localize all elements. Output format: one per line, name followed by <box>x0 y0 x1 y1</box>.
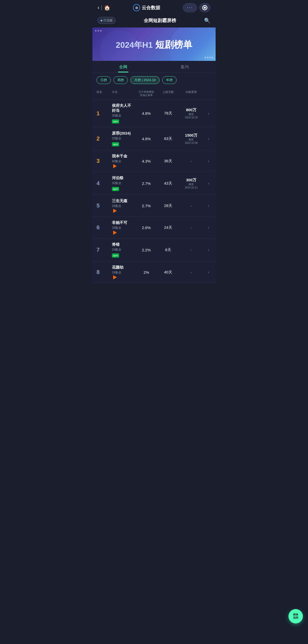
drama-name: 将错 <box>112 242 133 247</box>
table-row[interactable]: 1 侯府夫人不好当 30集全 iQIYI 4.8% 78天 800万 截至202… <box>92 100 216 127</box>
revenue-cell: - <box>177 248 205 252</box>
col-name: 片名 <box>112 90 133 97</box>
platform-iqiyi-badge: iQIYI <box>112 253 119 258</box>
hero-banner: 2024年H1 短剧榜单 <box>92 27 216 61</box>
drama-list: 1 侯府夫人不好当 30集全 iQIYI 4.8% 78天 800万 截至202… <box>92 100 216 283</box>
drama-episodes: 30集全 <box>112 181 133 185</box>
drama-episodes: 26集全 <box>112 226 133 230</box>
table-row[interactable]: 7 将错 24集全 iQIYI 2.2% 8天 - › <box>92 239 216 261</box>
drama-name: 原罪(2024) <box>112 131 133 136</box>
rank-number: 4 <box>97 180 112 187</box>
diamond-icon: ◆ <box>100 19 102 22</box>
col-days: 上线天数 <box>159 90 177 97</box>
banner-main: 短剧榜单 <box>155 39 192 50</box>
revenue-cell: 1500万 截至2024.10.08 <box>177 133 205 145</box>
market-rate: 2% <box>133 270 159 274</box>
tab-all[interactable]: 全网 <box>92 61 154 72</box>
banner-dots-top <box>95 30 102 32</box>
table-row[interactable]: 8 花颜劫 24集全 2% 40天 - › <box>92 261 216 283</box>
filter-row: 日榜 周榜 月榜 | 2024.10 年榜 <box>92 73 216 88</box>
market-rate: 4.8% <box>133 137 159 141</box>
search-icon[interactable]: 🔍 <box>204 17 210 24</box>
drama-name: 花颜劫 <box>112 265 133 270</box>
home-icon[interactable]: 🏠 <box>104 5 110 11</box>
table-row[interactable]: 6 非她不可 26集全 2.6% 24天 - › <box>92 217 216 239</box>
page-title: 全网短剧霸屏榜 <box>144 17 176 24</box>
table-row[interactable]: 2 原罪(2024) 25集全 iQIYI 4.8% 63天 1500万 截至2… <box>92 127 216 150</box>
revenue-cell: 300万 截至2024.10.11 <box>177 178 205 189</box>
online-days: 63天 <box>159 136 177 141</box>
drama-info: 我本千金 40集全 <box>112 154 133 168</box>
revenue-cell: - <box>177 204 205 208</box>
market-rate: 4.8% <box>133 111 159 116</box>
banner-dots-bottom <box>205 57 213 58</box>
drama-info: 河伯祭 30集全 iQIYI <box>112 176 133 191</box>
market-rate: 2.7% <box>133 181 159 186</box>
filter-yearly[interactable]: 年榜 <box>162 76 177 84</box>
revenue-cell: - <box>177 159 205 163</box>
rank-number: 8 <box>97 269 112 276</box>
platform-iqiyi-badge: iQIYI <box>112 187 119 191</box>
col-rate: 正片有效播放市场占有率 <box>133 90 159 97</box>
filter-daily[interactable]: 日榜 <box>97 76 111 84</box>
platform-iqiyi-badge: iQIYI <box>112 119 119 124</box>
rank-number: 6 <box>97 224 112 231</box>
drama-info: 将错 24集全 iQIYI <box>112 242 133 258</box>
table-row[interactable]: 5 三生无殇 26集全 2.7% 28天 - › <box>92 195 216 217</box>
drama-info: 三生无殇 26集全 <box>112 198 133 213</box>
app-title: ◎ 云合数据 <box>133 4 160 11</box>
row-arrow-icon: › <box>205 248 211 252</box>
nav-left: ‹ 🏠 <box>98 4 110 11</box>
table-row[interactable]: 3 我本千金 40集全 4.3% 36天 - › <box>92 150 216 172</box>
drama-episodes: 40集全 <box>112 159 133 164</box>
market-rate: 2.6% <box>133 225 159 230</box>
platform-pptv-badge <box>112 275 118 279</box>
industry-label: 行业版 <box>103 18 113 23</box>
revenue-amount: 300万 <box>177 178 205 183</box>
rank-number: 3 <box>97 158 112 164</box>
row-arrow-icon: › <box>205 111 211 116</box>
table-header: 排名 片名 正片有效播放市场占有率 上线天数 分账票房 <box>92 88 216 100</box>
drama-name: 河伯祭 <box>112 176 133 181</box>
rank-number: 2 <box>97 135 112 142</box>
drama-info: 原罪(2024) 25集全 iQIYI <box>112 131 133 146</box>
row-arrow-icon: › <box>205 204 211 208</box>
online-days: 28天 <box>159 203 177 208</box>
online-days: 43天 <box>159 181 177 186</box>
drama-episodes: 24集全 <box>112 270 133 275</box>
back-button[interactable]: ‹ <box>98 4 99 11</box>
nav-divider <box>101 5 102 10</box>
drama-episodes: 24集全 <box>112 248 133 252</box>
menu-button[interactable]: ··· <box>183 3 197 12</box>
revenue-date: 截至2024.10.11 <box>177 183 205 189</box>
revenue-amount: 800万 <box>177 108 205 112</box>
banner-year: 2024年H1 <box>116 40 153 50</box>
revenue-date: 截至2024.10.18 <box>177 112 205 119</box>
online-days: 8天 <box>159 248 177 252</box>
drama-info: 侯府夫人不好当 30集全 iQIYI <box>112 103 133 124</box>
tab-avg[interactable]: 集均 <box>154 61 216 72</box>
row-arrow-icon: › <box>205 225 211 230</box>
record-icon <box>202 5 207 10</box>
status-bar: ‹ 🏠 ◎ 云合数据 ··· <box>92 0 216 14</box>
drama-info: 非她不可 26集全 <box>112 220 133 235</box>
online-days: 40天 <box>159 270 177 275</box>
filter-monthly[interactable]: 月榜 | 2024.10 <box>130 76 160 84</box>
table-row[interactable]: 4 河伯祭 30集全 iQIYI 2.7% 43天 300万 截至2024.10… <box>92 172 216 195</box>
drama-info: 花颜劫 24集全 <box>112 265 133 279</box>
revenue-cell: - <box>177 225 205 230</box>
app-logo-icon: ◎ <box>133 4 140 11</box>
revenue-cell: - <box>177 270 205 274</box>
platform-iqiyi-badge: iQIYI <box>112 142 119 146</box>
banner-title: 2024年H1 短剧榜单 <box>116 39 192 50</box>
filter-weekly[interactable]: 周榜 <box>113 76 128 84</box>
market-rate: 2.7% <box>133 204 159 208</box>
drama-episodes: 25集全 <box>112 136 133 141</box>
online-days: 36天 <box>159 159 177 164</box>
row-arrow-icon: › <box>205 181 211 185</box>
platform-pptv-badge <box>112 231 118 235</box>
drama-episodes: 30集全 <box>112 113 133 118</box>
record-button[interactable] <box>199 3 210 12</box>
drama-episodes: 26集全 <box>112 204 133 208</box>
drama-name: 侯府夫人不好当 <box>112 103 133 113</box>
